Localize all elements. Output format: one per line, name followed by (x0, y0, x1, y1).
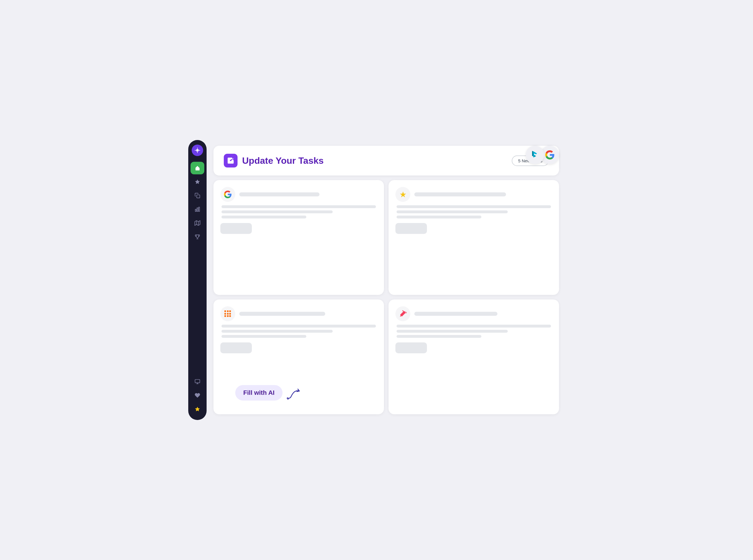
fill-ai-container: Fill with AI (235, 383, 305, 403)
home-icon (195, 165, 200, 171)
task-title-bar (414, 312, 497, 316)
svg-point-0 (196, 149, 198, 152)
svg-rect-1 (197, 195, 200, 198)
tasks-grid: ★ (213, 180, 559, 414)
task-card-star: ★ (388, 180, 559, 295)
fill-ai-arrow-icon (285, 383, 305, 403)
google-icon (224, 190, 232, 199)
google-task-icon (220, 187, 235, 202)
task-line (397, 216, 481, 218)
copy-icon (195, 193, 200, 198)
google-logo-icon (545, 150, 555, 160)
task-card-header (220, 187, 377, 202)
svg-marker-5 (195, 221, 200, 226)
star-icon: ★ (400, 190, 407, 199)
sidebar-item-gem[interactable] (191, 403, 204, 415)
tasks-icon (227, 157, 235, 165)
task-footer (395, 223, 552, 234)
sidebar (188, 140, 207, 420)
task-action-btn[interactable] (220, 342, 252, 353)
map-icon (195, 220, 200, 226)
task-footer (395, 342, 552, 353)
svg-rect-2 (195, 209, 196, 212)
sidebar-item-star[interactable] (191, 176, 204, 188)
task-line (397, 211, 508, 213)
bing-badge (526, 146, 544, 164)
task-action-btn[interactable] (395, 342, 427, 353)
grid-icon (224, 311, 231, 317)
sidebar-item-trophy[interactable] (191, 231, 204, 243)
wand-icon (399, 310, 407, 318)
task-lines (220, 325, 377, 338)
wand-task-icon (395, 306, 410, 321)
task-line (221, 330, 333, 333)
task-line (397, 205, 551, 208)
task-card-google (213, 180, 384, 295)
sidebar-item-home[interactable] (191, 162, 204, 174)
task-line (221, 205, 376, 208)
header-icon (224, 154, 237, 167)
sidebar-item-monitor[interactable] (191, 375, 204, 388)
gem-icon (195, 406, 200, 412)
chart-icon (195, 206, 200, 212)
sidebar-bottom (191, 373, 204, 415)
task-line (221, 211, 333, 213)
task-line (221, 216, 306, 218)
app-wrapper: Update Your Tasks 5 New Tasks (188, 140, 565, 420)
header-card: Update Your Tasks 5 New Tasks (213, 146, 559, 176)
grid-task-icon (220, 306, 235, 321)
task-card-header (220, 306, 377, 321)
sidebar-item-map[interactable] (191, 217, 204, 229)
task-line (397, 330, 508, 333)
main-content: Update Your Tasks 5 New Tasks (207, 140, 565, 420)
svg-marker-11 (195, 407, 200, 412)
task-lines (395, 325, 552, 338)
sidebar-item-copy[interactable] (191, 189, 204, 202)
star-icon (195, 179, 200, 185)
task-line (397, 325, 551, 327)
task-lines (395, 205, 552, 218)
monitor-icon (195, 379, 200, 384)
task-title-bar (414, 193, 506, 196)
star-task-icon: ★ (395, 187, 410, 202)
task-card-header: ★ (395, 187, 552, 202)
svg-point-13 (404, 311, 405, 312)
svg-rect-8 (195, 380, 200, 383)
svg-rect-3 (197, 208, 198, 212)
page-title: Update Your Tasks (242, 156, 507, 166)
task-lines (220, 205, 377, 218)
sidebar-nav (188, 162, 207, 371)
sidebar-item-heart[interactable] (191, 389, 204, 402)
trophy-icon (195, 234, 200, 240)
heart-icon (195, 393, 200, 398)
task-card-wand (388, 299, 559, 414)
task-title-bar (239, 312, 325, 316)
bing-logo-icon (530, 150, 540, 160)
logo-icon (194, 147, 200, 154)
sidebar-item-chart[interactable] (191, 203, 204, 216)
task-footer (220, 342, 377, 353)
top-badges (526, 146, 559, 164)
task-line (221, 335, 306, 338)
svg-rect-4 (198, 207, 199, 212)
task-footer (220, 223, 377, 234)
task-title-bar (239, 193, 320, 196)
sidebar-logo[interactable] (192, 145, 203, 156)
svg-line-12 (400, 316, 401, 317)
task-line (221, 325, 376, 327)
task-action-btn[interactable] (220, 223, 252, 234)
fill-ai-button[interactable]: Fill with AI (235, 385, 283, 401)
task-action-btn[interactable] (395, 223, 427, 234)
task-line (397, 335, 481, 338)
task-card-header (395, 306, 552, 321)
